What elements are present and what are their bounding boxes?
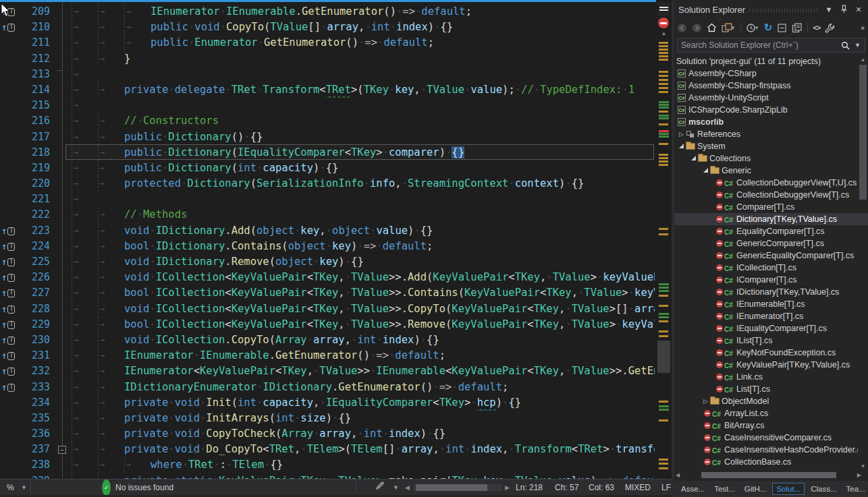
code-line[interactable]: ↑I223→→void·IDictionary.Add(object·key,·…	[0, 223, 655, 239]
tree-item-keyvaluepair-tkey-tvalue-cs[interactable]: C#KeyValuePair[TKey,TValue].cs	[674, 359, 858, 371]
code-text[interactable]: →→}	[67, 51, 130, 67]
issues-check-icon[interactable]: ✓	[102, 479, 111, 496]
code-line[interactable]: 212→→}	[0, 51, 655, 67]
tree-item-solution-project-gui-11-of-11-projects-[interactable]: Solution 'project-gui' (11 of 11 project…	[674, 55, 858, 67]
zoom-control[interactable]: % ▼	[0, 479, 31, 496]
code-text[interactable]: →→IEnumerator<KeyValuePair<TKey,·TValue>…	[67, 363, 655, 379]
tree-item-ienumerable-t-cs[interactable]: C#IEnumerable[T].cs	[674, 298, 858, 310]
title-drag-grip[interactable]	[749, 9, 819, 12]
tree-item-collectiondebuggerview-t-cs[interactable]: C#CollectionDebuggerView[T].cs	[674, 189, 858, 201]
show-all-files-button[interactable]	[792, 22, 803, 34]
code-line[interactable]: ↑I231→→IEnumerator·IEnumerable.GetEnumer…	[0, 348, 655, 363]
code-text[interactable]: →	[67, 192, 98, 207]
code-text[interactable]: →→public·Dictionary(int·capacity)·{}	[67, 160, 338, 176]
code-line[interactable]: ↑I227→→bool·ICollection<KeyValuePair<TKe…	[0, 285, 655, 301]
code-line[interactable]: 239→→private·static·KeyValuePair<TKey,·T…	[0, 473, 655, 479]
close-icon[interactable]: ×	[853, 4, 864, 15]
tree-item-caseinsensitivecomparer-cs[interactable]: C#CaseInsensitiveComparer.cs	[674, 432, 858, 444]
expander-collapsed-icon[interactable]: ▷	[701, 395, 710, 407]
code-line[interactable]: ↑I224→→bool·IDictionary.Contains(object·…	[0, 239, 655, 254]
tree-item-comparer-t-cs[interactable]: C#Comparer[T].cs	[674, 201, 858, 213]
tree-item-caseinsensitivehashcodeprovider-cs[interactable]: C#CaseInsensitiveHashCodeProvider.cs	[674, 444, 858, 456]
editor-split-handle-icon[interactable]	[657, 2, 670, 16]
panel-title-bar[interactable]: Solution Explorer ▼ ×	[674, 0, 868, 19]
hscroll-right-arrow-icon[interactable]: ▶	[505, 479, 510, 496]
tree-item-dictionary-tkey-tvalue-cs[interactable]: C#Dictionary[TKey,TValue].cs	[674, 213, 868, 225]
code-text[interactable]: →→→where·TRet·:·TElem·{}	[67, 457, 283, 473]
back-button[interactable]	[677, 22, 687, 34]
tree-item-iequalitycomparer-t-cs[interactable]: C#IEqualityComparer[T].cs	[674, 322, 858, 334]
window-position-chevron-icon[interactable]: ▼	[823, 5, 834, 13]
code-line[interactable]: 215→	[0, 98, 655, 113]
implements-interface-glyph-icon[interactable]: ↑I	[1, 332, 19, 348]
code-text[interactable]: →→void·ICollection.CopyTo(Array·array,·i…	[67, 332, 439, 348]
code-text[interactable]: →→IDictionaryEnumerator·IDictionary.GetE…	[67, 380, 508, 395]
code-line[interactable]: 221→	[0, 192, 655, 207]
code-line[interactable]: ↑I229→→bool·ICollection<KeyValuePair<TKe…	[0, 317, 655, 332]
tree-item-genericequalitycomparer-t-cs[interactable]: C#GenericEqualityComparer[T].cs	[674, 250, 858, 262]
tree-vertical-scrollbar[interactable]: ▲ ▼	[859, 57, 867, 469]
implements-interface-glyph-icon[interactable]: ↑I	[1, 348, 19, 363]
search-icon[interactable]	[841, 40, 850, 54]
tree-item-arraylist-cs[interactable]: C#ArrayList.cs	[674, 407, 858, 419]
tool-window-tab-test[interactable]: Test...	[711, 484, 738, 494]
code-text[interactable]: →→private·void·Do_CopyTo<TRet,·TElem>(TE…	[67, 442, 655, 457]
tree-item-generic[interactable]: Generic	[674, 165, 858, 177]
editor-horizontal-scrollbar[interactable]	[414, 484, 501, 491]
code-text[interactable]: →→void·ICollection<KeyValuePair<TKey,·TV…	[67, 301, 655, 317]
implements-interface-glyph-icon[interactable]: ↑I	[1, 380, 19, 395]
code-line[interactable]: 235→→private·void·InitArrays(int·size)·{…	[0, 411, 655, 426]
code-text[interactable]: →→protected·Dictionary(SerializationInfo…	[67, 176, 584, 192]
code-line[interactable]: ↑I232→→IEnumerator<KeyValuePair<TKey,·TV…	[0, 363, 655, 379]
tool-window-tab-solut[interactable]: Solut...	[772, 483, 805, 495]
code-line[interactable]: 222→→//·Methods	[0, 207, 655, 223]
tree-item-ilist-t-cs[interactable]: C#IList[T].cs	[674, 334, 858, 347]
code-text[interactable]: →→→public·Enumerator·GetEnumerator()·=>·…	[67, 35, 434, 51]
tool-window-tab-gith[interactable]: GitH...	[741, 484, 770, 494]
scrollbar-up-arrow-icon[interactable]: ▲	[656, 30, 672, 36]
tree-item-collectionbase-cs[interactable]: C#CollectionBase.cs	[674, 456, 858, 468]
code-line[interactable]: 213→	[0, 67, 655, 82]
code-text[interactable]: →→//·Constructors	[67, 113, 219, 129]
code-line[interactable]: 219→→public·Dictionary(int·capacity)·{}	[0, 160, 655, 176]
implements-interface-glyph-icon[interactable]: ↑I	[1, 363, 19, 379]
code-text[interactable]: →→bool·ICollection<KeyValuePair<TKey,·TV…	[67, 317, 655, 332]
tree-item-assembly-csharp[interactable]: C#Assembly-CSharp	[674, 67, 858, 80]
code-text[interactable]: →→bool·ICollection<KeyValuePair<TKey,·TV…	[67, 285, 655, 301]
tree-item-assembly-csharp-firstpass[interactable]: C#Assembly-CSharp-firstpass	[674, 80, 858, 92]
scrollbar-down-arrow-icon[interactable]: ▼	[859, 463, 867, 469]
hscroll-left-arrow-icon[interactable]: ◀	[405, 479, 410, 496]
code-text[interactable]: →→void·ICollection<KeyValuePair<TKey,·TV…	[67, 270, 655, 285]
tool-window-tab-class[interactable]: Class...	[807, 484, 840, 494]
implements-interface-glyph-icon[interactable]: ↑I	[1, 285, 19, 301]
code-line[interactable]: ↑I225→→void·IDictionary.Remove(object·ke…	[0, 254, 655, 270]
tree-item-bitarray-cs[interactable]: C#BitArray.cs	[674, 419, 858, 432]
tree-item-references[interactable]: ▷References	[674, 128, 858, 140]
view-code-button[interactable]: <>	[813, 22, 820, 34]
refresh-button[interactable]: ↻	[764, 22, 773, 34]
code-line[interactable]: ↑I228→→void·ICollection<KeyValuePair<TKe…	[0, 301, 655, 317]
code-text[interactable]: →→void·IDictionary.Add(object·key,·objec…	[67, 223, 433, 239]
implements-interface-glyph-icon[interactable]: ↑I	[1, 270, 19, 285]
edit-mode-pencil-icon[interactable]	[375, 479, 385, 496]
code-text[interactable]: →	[67, 67, 98, 82]
scrollbar-up-arrow-icon[interactable]: ▲	[859, 57, 867, 63]
tree-horizontal-scrollbar[interactable]: ◀ ▶	[674, 471, 868, 479]
code-lines-container[interactable]: ↑I209→→→IEnumerator·IEnumerable.GetEnume…	[0, 4, 655, 479]
code-text[interactable]: →→→public·void·CopyTo(TValue[]·array,·in…	[67, 20, 453, 35]
pending-changes-filter-button[interactable]: ▼	[746, 22, 759, 34]
tree-item-list-t-cs[interactable]: C#List[T].cs	[674, 383, 858, 395]
tree-item-link-cs[interactable]: C#Link.cs	[674, 371, 858, 383]
properties-wrench-icon[interactable]	[825, 22, 835, 34]
hscroll-right-arrow-icon[interactable]: ▶	[857, 472, 861, 478]
code-line[interactable]: 236→→private·void·CopyToCheck(Array·arra…	[0, 426, 655, 442]
code-line[interactable]: ↑I210→→→public·void·CopyTo(TValue[]·arra…	[0, 20, 655, 35]
code-text[interactable]: →→private·void·Init(int·capacity,·IEqual…	[67, 395, 521, 411]
tree-item-idictionary-tkey-tvalue-cs[interactable]: C#IDictionary[TKey,TValue].cs	[674, 286, 858, 298]
code-line[interactable]: 238→→→where·TRet·:·TElem·{}	[0, 457, 655, 473]
tree-item-assembly-unityscript[interactable]: C#Assembly-UnityScript	[674, 92, 858, 104]
code-line[interactable]: 217→→public·Dictionary()·{}	[0, 129, 655, 145]
forward-button[interactable]	[692, 22, 702, 34]
hscroll-left-arrow-icon[interactable]: ◀	[676, 472, 680, 478]
expander-expanded-icon[interactable]	[689, 152, 698, 165]
